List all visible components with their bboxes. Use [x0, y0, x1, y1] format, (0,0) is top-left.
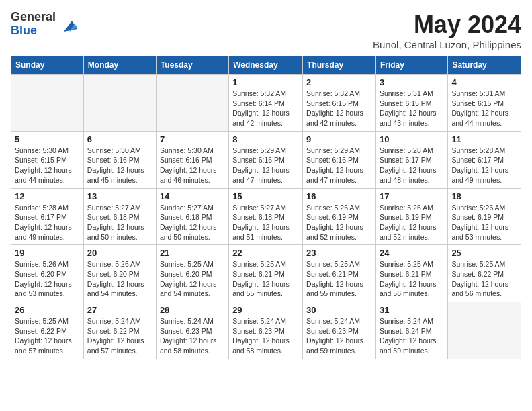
day-info: Sunrise: 5:32 AM Sunset: 6:15 PM Dayligh… — [306, 89, 372, 128]
calendar-cell: 17Sunrise: 5:26 AM Sunset: 6:19 PM Dayli… — [375, 188, 447, 245]
day-number: 13 — [87, 191, 152, 201]
day-info: Sunrise: 5:28 AM Sunset: 6:17 PM Dayligh… — [15, 203, 80, 242]
weekday-header-sunday: Sunday — [11, 56, 84, 75]
day-info: Sunrise: 5:25 AM Sunset: 6:21 PM Dayligh… — [380, 259, 444, 299]
calendar-cell — [156, 75, 228, 132]
day-info: Sunrise: 5:31 AM Sunset: 6:15 PM Dayligh… — [380, 89, 444, 128]
day-info: Sunrise: 5:26 AM Sunset: 6:19 PM Dayligh… — [380, 203, 444, 242]
calendar-week-row-4: 19Sunrise: 5:26 AM Sunset: 6:20 PM Dayli… — [11, 245, 521, 302]
calendar-cell: 31Sunrise: 5:24 AM Sunset: 6:24 PM Dayli… — [375, 302, 447, 359]
day-info: Sunrise: 5:28 AM Sunset: 6:17 PM Dayligh… — [451, 146, 517, 185]
weekday-header-thursday: Thursday — [303, 56, 376, 75]
day-number: 7 — [160, 134, 225, 144]
calendar-cell: 26Sunrise: 5:25 AM Sunset: 6:22 PM Dayli… — [11, 302, 84, 359]
day-number: 1 — [232, 77, 299, 87]
calendar-cell: 4Sunrise: 5:31 AM Sunset: 6:15 PM Daylig… — [448, 75, 521, 132]
calendar-cell: 14Sunrise: 5:27 AM Sunset: 6:18 PM Dayli… — [156, 188, 228, 245]
day-number: 10 — [380, 134, 444, 144]
day-info: Sunrise: 5:24 AM Sunset: 6:23 PM Dayligh… — [306, 316, 372, 356]
day-number: 8 — [232, 134, 299, 144]
day-number: 25 — [451, 248, 517, 258]
day-number: 21 — [160, 248, 225, 258]
day-number: 14 — [160, 191, 225, 201]
day-info: Sunrise: 5:25 AM Sunset: 6:21 PM Dayligh… — [306, 259, 372, 299]
day-number: 29 — [232, 305, 299, 315]
day-info: Sunrise: 5:29 AM Sunset: 6:16 PM Dayligh… — [306, 146, 372, 185]
logo: General Blue — [11, 11, 77, 38]
day-number: 4 — [451, 77, 517, 87]
day-number: 24 — [380, 248, 444, 258]
day-number: 6 — [87, 134, 152, 144]
weekday-header-row: SundayMondayTuesdayWednesdayThursdayFrid… — [11, 56, 521, 75]
calendar-week-row-5: 26Sunrise: 5:25 AM Sunset: 6:22 PM Dayli… — [11, 302, 521, 359]
day-number: 11 — [451, 134, 517, 144]
day-info: Sunrise: 5:27 AM Sunset: 6:18 PM Dayligh… — [160, 203, 225, 242]
day-info: Sunrise: 5:24 AM Sunset: 6:22 PM Dayligh… — [87, 316, 152, 356]
day-number: 9 — [306, 134, 372, 144]
day-info: Sunrise: 5:31 AM Sunset: 6:15 PM Dayligh… — [451, 89, 517, 128]
calendar-cell: 28Sunrise: 5:24 AM Sunset: 6:23 PM Dayli… — [156, 302, 228, 359]
day-info: Sunrise: 5:25 AM Sunset: 6:22 PM Dayligh… — [451, 259, 517, 299]
day-info: Sunrise: 5:32 AM Sunset: 6:14 PM Dayligh… — [232, 89, 299, 128]
day-info: Sunrise: 5:29 AM Sunset: 6:16 PM Dayligh… — [232, 146, 299, 185]
calendar-week-row-2: 5Sunrise: 5:30 AM Sunset: 6:15 PM Daylig… — [11, 131, 521, 188]
day-info: Sunrise: 5:30 AM Sunset: 6:16 PM Dayligh… — [87, 146, 152, 185]
day-info: Sunrise: 5:28 AM Sunset: 6:17 PM Dayligh… — [380, 146, 444, 185]
day-number: 2 — [306, 77, 372, 87]
calendar-cell — [448, 302, 521, 359]
day-number: 12 — [15, 191, 80, 201]
day-info: Sunrise: 5:30 AM Sunset: 6:16 PM Dayligh… — [160, 146, 225, 185]
day-info: Sunrise: 5:26 AM Sunset: 6:19 PM Dayligh… — [306, 203, 372, 242]
title-section: May 2024 Bunol, Central Luzon, Philippin… — [373, 11, 521, 50]
day-info: Sunrise: 5:26 AM Sunset: 6:20 PM Dayligh… — [87, 259, 152, 299]
day-info: Sunrise: 5:26 AM Sunset: 6:20 PM Dayligh… — [15, 259, 80, 299]
calendar-cell: 24Sunrise: 5:25 AM Sunset: 6:21 PM Dayli… — [375, 245, 447, 302]
day-number: 3 — [380, 77, 444, 87]
day-info: Sunrise: 5:24 AM Sunset: 6:23 PM Dayligh… — [160, 316, 225, 356]
day-info: Sunrise: 5:24 AM Sunset: 6:24 PM Dayligh… — [380, 316, 444, 356]
day-number: 16 — [306, 191, 372, 201]
calendar-cell: 8Sunrise: 5:29 AM Sunset: 6:16 PM Daylig… — [229, 131, 303, 188]
calendar-cell: 21Sunrise: 5:25 AM Sunset: 6:20 PM Dayli… — [156, 245, 228, 302]
month-title: May 2024 — [373, 11, 521, 39]
weekday-header-wednesday: Wednesday — [229, 56, 303, 75]
day-info: Sunrise: 5:27 AM Sunset: 6:18 PM Dayligh… — [87, 203, 152, 242]
calendar-cell: 22Sunrise: 5:25 AM Sunset: 6:21 PM Dayli… — [229, 245, 303, 302]
day-number: 23 — [306, 248, 372, 258]
calendar-cell: 23Sunrise: 5:25 AM Sunset: 6:21 PM Dayli… — [303, 245, 376, 302]
day-info: Sunrise: 5:24 AM Sunset: 6:23 PM Dayligh… — [232, 316, 299, 356]
calendar-cell: 6Sunrise: 5:30 AM Sunset: 6:16 PM Daylig… — [83, 131, 156, 188]
calendar-cell: 2Sunrise: 5:32 AM Sunset: 6:15 PM Daylig… — [303, 75, 376, 132]
calendar-cell: 12Sunrise: 5:28 AM Sunset: 6:17 PM Dayli… — [11, 188, 84, 245]
weekday-header-tuesday: Tuesday — [156, 56, 228, 75]
calendar-cell: 13Sunrise: 5:27 AM Sunset: 6:18 PM Dayli… — [83, 188, 156, 245]
calendar-week-row-1: 1Sunrise: 5:32 AM Sunset: 6:14 PM Daylig… — [11, 75, 521, 132]
day-number: 22 — [232, 248, 299, 258]
calendar-cell: 29Sunrise: 5:24 AM Sunset: 6:23 PM Dayli… — [229, 302, 303, 359]
calendar-cell: 3Sunrise: 5:31 AM Sunset: 6:15 PM Daylig… — [375, 75, 447, 132]
location: Bunol, Central Luzon, Philippines — [373, 39, 521, 50]
page-header: General Blue May 2024 Bunol, Central Luz… — [11, 11, 521, 50]
logo-icon — [58, 15, 77, 34]
day-number: 28 — [160, 305, 225, 315]
weekday-header-saturday: Saturday — [448, 56, 521, 75]
day-info: Sunrise: 5:27 AM Sunset: 6:18 PM Dayligh… — [232, 203, 299, 242]
calendar-cell: 15Sunrise: 5:27 AM Sunset: 6:18 PM Dayli… — [229, 188, 303, 245]
calendar-cell — [83, 75, 156, 132]
calendar-cell: 5Sunrise: 5:30 AM Sunset: 6:15 PM Daylig… — [11, 131, 84, 188]
logo-blue-text: Blue — [11, 24, 56, 38]
calendar-cell — [11, 75, 84, 132]
calendar-cell: 25Sunrise: 5:25 AM Sunset: 6:22 PM Dayli… — [448, 245, 521, 302]
day-info: Sunrise: 5:25 AM Sunset: 6:20 PM Dayligh… — [160, 259, 225, 299]
day-number: 5 — [15, 134, 80, 144]
calendar-table: SundayMondayTuesdayWednesdayThursdayFrid… — [11, 56, 521, 359]
day-number: 31 — [380, 305, 444, 315]
calendar-cell: 11Sunrise: 5:28 AM Sunset: 6:17 PM Dayli… — [448, 131, 521, 188]
day-number: 17 — [380, 191, 444, 201]
day-number: 26 — [15, 305, 80, 315]
day-number: 27 — [87, 305, 152, 315]
weekday-header-monday: Monday — [83, 56, 156, 75]
calendar-cell: 27Sunrise: 5:24 AM Sunset: 6:22 PM Dayli… — [83, 302, 156, 359]
calendar-cell: 9Sunrise: 5:29 AM Sunset: 6:16 PM Daylig… — [303, 131, 376, 188]
calendar-cell: 30Sunrise: 5:24 AM Sunset: 6:23 PM Dayli… — [303, 302, 376, 359]
